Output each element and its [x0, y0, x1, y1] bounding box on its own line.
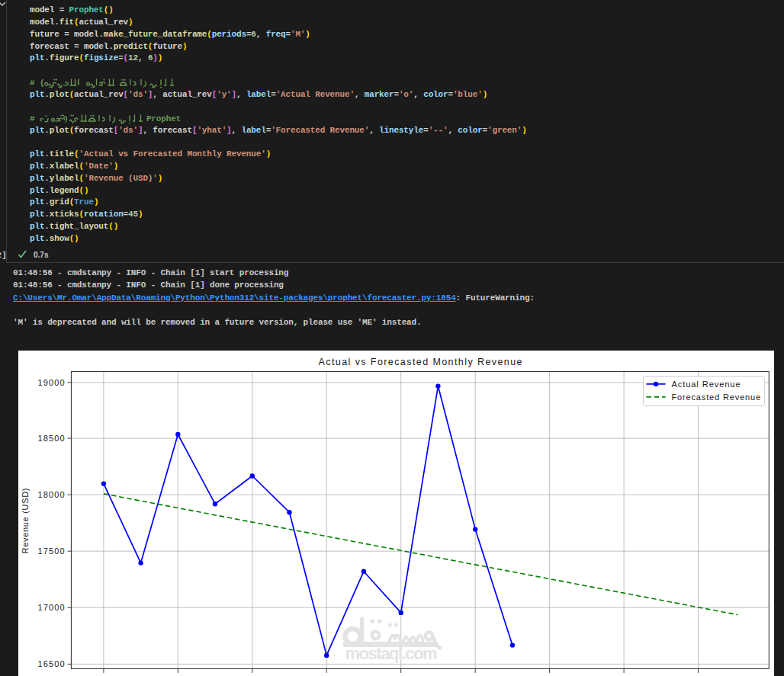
svg-text:Actual vs Forecasted Monthly R: Actual vs Forecasted Monthly Revenue	[319, 357, 522, 367]
svg-text:17500: 17500	[38, 546, 65, 556]
svg-text:Revenue (USD): Revenue (USD)	[21, 489, 30, 554]
svg-text:19000: 19000	[38, 378, 65, 387]
svg-text:Forecasted Revenue: Forecasted Revenue	[672, 392, 761, 402]
svg-text:18000: 18000	[38, 490, 65, 499]
svg-text:Actual Revenue: Actual Revenue	[672, 380, 741, 389]
svg-text:18500: 18500	[38, 434, 65, 443]
svg-text:17000: 17000	[38, 603, 65, 612]
svg-text:mostaql.com: mostaql.com	[345, 644, 438, 663]
svg-text:16500: 16500	[38, 659, 65, 668]
